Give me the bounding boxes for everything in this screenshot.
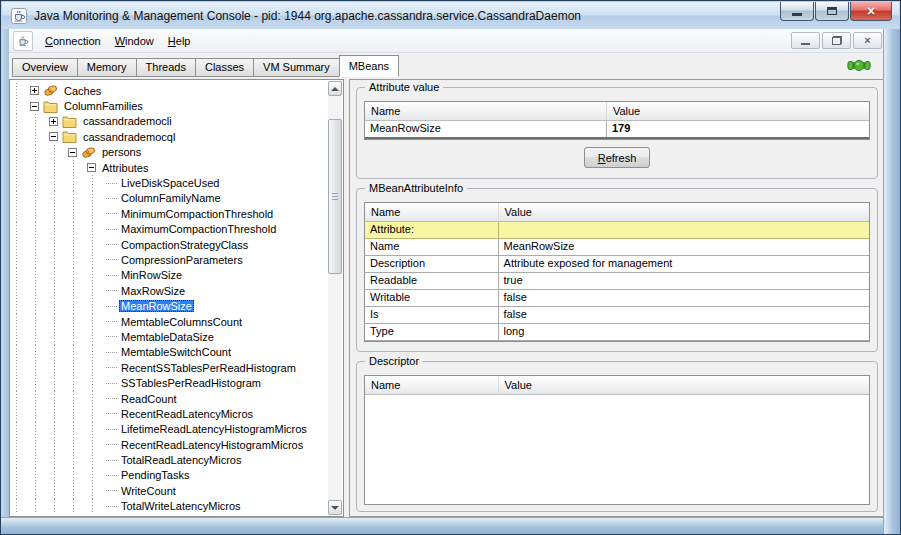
- table-row[interactable]: DescriptionAttribute exposed for managem…: [365, 256, 869, 273]
- tree-item-label[interactable]: MemtableSwitchCount: [119, 346, 233, 358]
- tree-item-label[interactable]: MeanRowSize: [119, 300, 194, 312]
- tree-item[interactable]: WriteCount: [11, 483, 328, 498]
- table-cell-name[interactable]: Readable: [365, 273, 499, 289]
- collapse-icon[interactable]: [68, 148, 77, 157]
- tree-item-label[interactable]: ReadCount: [119, 393, 179, 405]
- tree-item[interactable]: MaxRowSize: [11, 283, 328, 298]
- tree-item[interactable]: RecentReadLatencyMicros: [11, 406, 328, 421]
- tree-item[interactable]: MeanRowSize: [11, 298, 328, 313]
- tree-item[interactable]: MemtableDataSize: [11, 329, 328, 344]
- tree-item[interactable]: MemtableSwitchCount: [11, 345, 328, 360]
- minimize-button[interactable]: [780, 2, 814, 21]
- tree-item[interactable]: CompressionParameters: [11, 252, 328, 267]
- tree-item[interactable]: RecentSSTablesPerReadHistogram: [11, 360, 328, 375]
- tree-item[interactable]: RecentReadLatencyHistogramMicros: [11, 437, 328, 452]
- column-header-value[interactable]: Value: [499, 376, 869, 394]
- collapse-icon[interactable]: [87, 163, 96, 172]
- tree-item-label[interactable]: ColumnFamilies: [62, 100, 145, 112]
- tree-item-label[interactable]: RecentReadLatencyHistogramMicros: [119, 439, 305, 451]
- tree-item-label[interactable]: LiveDiskSpaceUsed: [119, 177, 221, 189]
- tab-memory[interactable]: Memory: [77, 58, 137, 77]
- tree-item[interactable]: Attributes: [11, 160, 328, 175]
- table-cell-value[interactable]: [499, 222, 869, 238]
- inner-minimize-button[interactable]: [791, 32, 820, 49]
- expand-icon[interactable]: [49, 117, 58, 126]
- menu-help[interactable]: Help: [161, 32, 198, 50]
- tree-item[interactable]: MemtableColumnsCount: [11, 314, 328, 329]
- table-cell-value[interactable]: false: [499, 307, 869, 323]
- tree-item-label[interactable]: SSTablesPerReadHistogram: [119, 377, 263, 389]
- table-cell-name[interactable]: Name: [365, 239, 499, 255]
- tree-item-label[interactable]: RecentSSTablesPerReadHistogram: [119, 362, 298, 374]
- maximize-button[interactable]: [815, 2, 849, 21]
- tree-item[interactable]: MaximumCompactionThreshold: [11, 222, 328, 237]
- tree-item-label[interactable]: MemtableColumnsCount: [119, 316, 244, 328]
- tree-item[interactable]: TotalReadLatencyMicros: [11, 452, 328, 467]
- close-button[interactable]: ×: [850, 2, 892, 21]
- column-header-name[interactable]: Name: [365, 376, 499, 394]
- tree-item-label[interactable]: cassandrademocql: [81, 131, 177, 143]
- tree-item[interactable]: ReadCount: [11, 391, 328, 406]
- tree-item-label[interactable]: ColumnFamilyName: [119, 192, 223, 204]
- scroll-down-button[interactable]: [328, 500, 342, 515]
- tab-classes[interactable]: Classes: [195, 58, 254, 77]
- table-row[interactable]: NameMeanRowSize: [365, 239, 869, 256]
- collapse-icon[interactable]: [30, 102, 39, 111]
- tree-item[interactable]: persons: [11, 145, 328, 160]
- tree-item[interactable]: Caches: [11, 83, 328, 98]
- tree-item[interactable]: PendingTasks: [11, 468, 328, 483]
- tree-item-label[interactable]: persons: [100, 146, 143, 158]
- inner-restore-button[interactable]: [822, 32, 851, 49]
- tree-item[interactable]: MinimumCompactionThreshold: [11, 206, 328, 221]
- title-bar[interactable]: Java Monitoring & Management Console - p…: [2, 2, 899, 29]
- column-header-name[interactable]: Name: [365, 102, 607, 120]
- tree-item[interactable]: SSTablesPerReadHistogram: [11, 375, 328, 390]
- tree-item-label[interactable]: MinRowSize: [119, 269, 184, 281]
- table-row[interactable]: MeanRowSize179: [365, 121, 869, 139]
- column-header-value[interactable]: Value: [499, 203, 869, 221]
- table-cell-name[interactable]: Type: [365, 324, 499, 340]
- expand-icon[interactable]: [30, 86, 39, 95]
- tree-item[interactable]: CompactionStrategyClass: [11, 237, 328, 252]
- tree-item-label[interactable]: Attributes: [100, 162, 150, 174]
- table-cell-name[interactable]: Attribute:: [365, 222, 499, 238]
- scrollbar-thumb[interactable]: [328, 119, 342, 274]
- tree-item-label[interactable]: LifetimeReadLatencyHistogramMicros: [119, 423, 309, 435]
- table-cell-value[interactable]: Attribute exposed for management: [499, 256, 869, 272]
- table-row[interactable]: Isfalse: [365, 307, 869, 324]
- column-header-value[interactable]: Value: [607, 102, 869, 120]
- table-cell-name[interactable]: MeanRowSize: [365, 121, 607, 137]
- tree-item-label[interactable]: Caches: [62, 85, 103, 97]
- table-row[interactable]: Attribute:: [365, 222, 869, 239]
- tree-item-label[interactable]: MemtableDataSize: [119, 331, 216, 343]
- tree-scrollbar[interactable]: [328, 81, 342, 515]
- tab-mbeans[interactable]: MBeans: [339, 55, 399, 77]
- table-cell-value[interactable]: MeanRowSize: [499, 239, 869, 255]
- table-row[interactable]: Typelong: [365, 324, 869, 341]
- tree-item-label[interactable]: PendingTasks: [119, 469, 192, 481]
- table-row[interactable]: Writablefalse: [365, 290, 869, 307]
- table-cell-value[interactable]: true: [499, 273, 869, 289]
- tree-item-label[interactable]: TotalWriteLatencyMicros: [119, 500, 243, 512]
- scroll-up-button[interactable]: [328, 81, 342, 96]
- tree-item-label[interactable]: RecentReadLatencyMicros: [119, 408, 255, 420]
- table-cell-name[interactable]: Writable: [365, 290, 499, 306]
- table-cell-name[interactable]: Description: [365, 256, 499, 272]
- tree-item-label[interactable]: MinimumCompactionThreshold: [119, 208, 275, 220]
- tab-threads[interactable]: Threads: [136, 58, 196, 77]
- tab-vm-summary[interactable]: VM Summary: [253, 58, 340, 77]
- table-row[interactable]: Readabletrue: [365, 273, 869, 290]
- tree-item-label[interactable]: TotalReadLatencyMicros: [119, 454, 243, 466]
- tab-overview[interactable]: Overview: [12, 58, 78, 77]
- tree-item[interactable]: LiveDiskSpaceUsed: [11, 175, 328, 190]
- tree-item-label[interactable]: CompressionParameters: [119, 254, 245, 266]
- table-cell-name[interactable]: Is: [365, 307, 499, 323]
- table-cell-value[interactable]: long: [499, 324, 869, 340]
- tree-item[interactable]: cassandrademocli: [11, 114, 328, 129]
- tree-item[interactable]: MinRowSize: [11, 268, 328, 283]
- menu-window[interactable]: Window: [108, 32, 161, 50]
- inner-close-button[interactable]: ×: [853, 32, 882, 49]
- tree-item[interactable]: cassandrademocql: [11, 129, 328, 144]
- tree-item[interactable]: ColumnFamilyName: [11, 191, 328, 206]
- tree-item-label[interactable]: CompactionStrategyClass: [119, 239, 250, 251]
